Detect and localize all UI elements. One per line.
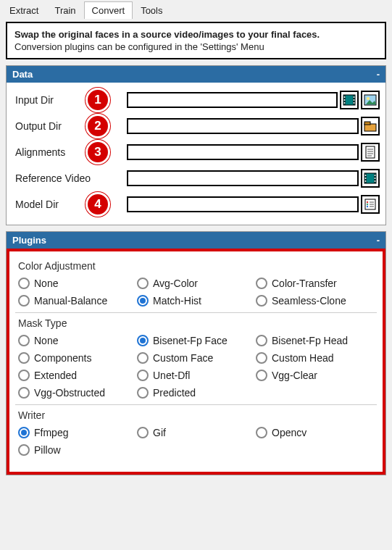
reference-video-input[interactable] [127,170,359,186]
film-icon[interactable] [340,91,359,109]
radio-label: Match-Hist [153,295,201,307]
radio-label: Components [34,352,91,364]
svg-point-29 [367,201,368,203]
radio-option[interactable]: Vgg-Clear [256,370,375,381]
radio-option[interactable]: Vgg-Obstructed [18,387,137,399]
plugins-section-title: Plugins [12,235,46,246]
radio-icon [137,295,149,307]
collapse-icon[interactable]: - [377,69,380,80]
radio-label: Custom Head [272,352,334,364]
model-dir-input[interactable] [127,196,359,212]
radio-group: FfmpegGifOpencvPillow [18,427,377,456]
radio-label: Opencv [272,427,306,438]
radio-icon [256,278,267,289]
radio-option[interactable]: Ffmpeg [18,427,137,438]
description-bold: Swap the original faces in a source vide… [14,29,378,40]
collapse-icon[interactable]: - [377,235,380,246]
radio-option[interactable]: None [18,278,137,289]
radio-label: Vgg-Clear [272,370,317,381]
data-row: 2Output Dir [11,113,381,139]
radio-option[interactable]: Custom Head [256,352,375,364]
svg-point-30 [367,204,368,205]
svg-point-6 [354,96,355,98]
svg-point-23 [365,178,367,179]
file-icon[interactable] [361,143,380,162]
radio-icon [18,444,30,456]
annotation-marker: 4 [86,192,110,217]
data-row: 1Input Dir [11,87,381,113]
radio-group: NoneBisenet-Fp FaceBisenet-Fp HeadCompon… [18,335,377,399]
film-icon[interactable] [361,169,380,188]
svg-point-26 [375,178,376,179]
annotation-marker: 3 [86,140,110,164]
radio-option[interactable]: Match-Hist [137,295,256,307]
radio-option[interactable]: Gif [137,427,256,438]
svg-point-25 [375,175,376,176]
radio-label: Unet-Dfl [153,370,190,381]
alignments-input[interactable] [127,144,359,160]
radio-option[interactable]: Predicted [137,387,256,399]
radio-label: Extended [34,370,77,381]
svg-point-24 [365,180,367,182]
description-box: Swap the original faces in a source vide… [6,22,386,59]
radio-option[interactable]: Pillow [18,444,137,456]
divider [15,404,377,405]
radio-icon [18,335,30,346]
svg-point-31 [367,206,368,207]
svg-point-8 [354,102,355,104]
radio-icon [256,335,267,346]
radio-icon [18,427,30,438]
output-dir-input[interactable] [127,118,359,134]
folder-icon[interactable] [361,117,380,136]
radio-option[interactable]: Seamless-Clone [256,295,375,307]
radio-icon [137,278,149,289]
list-icon[interactable] [361,195,380,214]
data-section-header[interactable]: Data - [7,66,385,83]
radio-option[interactable]: Color-Transfer [256,278,375,289]
radio-option[interactable]: Avg-Color [137,278,256,289]
tab-train[interactable]: Train [46,1,83,19]
svg-point-3 [344,96,346,98]
svg-point-22 [365,175,367,176]
plugins-section-header[interactable]: Plugins - [7,232,385,249]
data-label: Reference Video [12,172,127,184]
radio-icon [18,370,30,381]
svg-point-10 [367,97,370,100]
image-icon[interactable] [361,91,380,109]
radio-icon [137,370,149,381]
tab-extract[interactable]: Extract [1,1,46,19]
radio-label: Vgg-Obstructed [34,387,105,399]
radio-option[interactable]: Manual-Balance [18,295,137,307]
radio-icon [256,370,267,381]
radio-icon [137,387,149,399]
radio-option[interactable]: Bisenet-Fp Head [256,335,375,346]
tab-tools[interactable]: Tools [133,1,170,19]
radio-option[interactable]: Bisenet-Fp Face [137,335,256,346]
radio-option[interactable]: Unet-Dfl [137,370,256,381]
radio-icon [137,427,149,438]
radio-icon [18,352,30,364]
radio-icon [18,295,30,307]
group-label: Mask Type [18,317,377,329]
radio-label: Bisenet-Fp Head [272,335,348,346]
data-section-title: Data [12,69,33,80]
input-dir-input[interactable] [127,92,338,108]
radio-label: Seamless-Clone [272,295,346,307]
radio-option[interactable]: Components [18,352,137,364]
radio-icon [137,352,149,364]
annotation-marker: 1 [86,88,110,112]
data-row: 3Alignments [11,139,381,165]
svg-point-4 [344,99,346,101]
radio-option[interactable]: Opencv [256,427,375,438]
radio-option[interactable]: Extended [18,370,137,381]
tab-bar: Extract Train Convert Tools [0,0,392,19]
radio-icon [256,427,267,438]
annotation-marker: 2 [86,114,110,138]
radio-option[interactable]: None [18,335,137,346]
radio-label: Color-Transfer [272,278,337,289]
radio-label: Gif [153,427,166,438]
radio-option[interactable]: Custom Face [137,352,256,364]
data-row: 4Model Dir [11,191,381,217]
radio-label: Manual-Balance [34,295,107,307]
tab-convert[interactable]: Convert [84,1,133,19]
